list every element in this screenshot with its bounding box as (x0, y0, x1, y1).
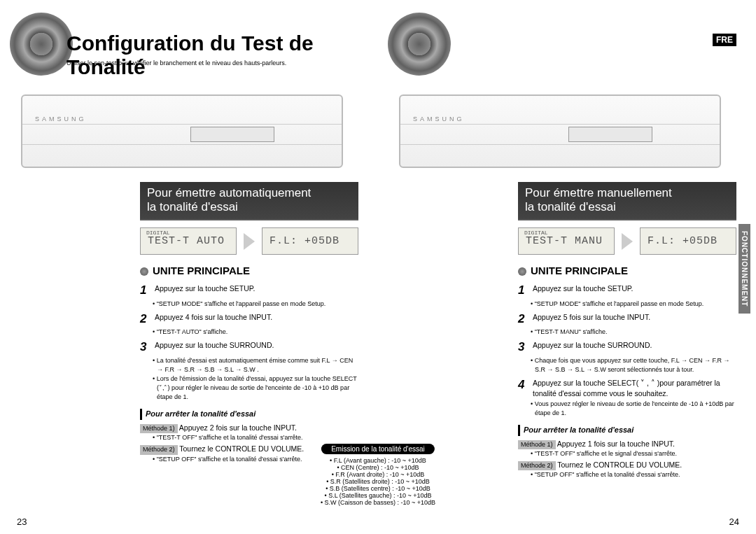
emission-line: • F.L (Avant gauche) : -10 ~ +10dB (321, 457, 435, 464)
bullet-icon (140, 267, 148, 276)
device-brand: SAMSUNG (35, 115, 87, 122)
play-arrow-icon (622, 233, 633, 250)
step-1: 1Appuyez sur la touche SETUP. (140, 282, 358, 300)
method-2-label: Méthode 2) (140, 445, 178, 454)
device-illustration: SAMSUNG (399, 94, 721, 168)
emission-line: • CEN (Centre) : -10 ~ +10dB (321, 464, 435, 471)
device-brand: SAMSUNG (413, 115, 465, 122)
method-1-note: • "TEST-T OFF" s'affiche et le signal d'… (531, 449, 736, 458)
lcd-tag: DIGITAL (146, 230, 170, 236)
method-2-text: Tournez le CONTROLE DU VOLUME. (556, 461, 682, 469)
page-title: Configuration du Test de Tonalité (66, 31, 378, 79)
step-1-note: • "SETUP MODE" s'affiche et l'appareil p… (531, 300, 736, 309)
lcd-text-1: TEST-T MANU (526, 235, 603, 247)
banner-line1: Pour émettre manuellement (525, 186, 672, 199)
banner-line2: la tonalité d'essai (525, 200, 616, 213)
lcd-text-2: F.L: +05DB (270, 235, 340, 247)
lcd-display-2: F.L: +05DB (262, 227, 358, 255)
speaker-icon (388, 13, 451, 76)
unite-principale-header: UNITE PRINCIPALE (518, 265, 628, 276)
step-3-note: • Chaque fois que vous appuyez sur cette… (531, 356, 736, 374)
stop-tone-header: Pour arrêter la tonalité d'essai (140, 409, 358, 420)
method-1-label: Méthode 1) (140, 424, 178, 433)
method-2-text: Tournez le CONTROLE DU VOLUME. (178, 444, 304, 453)
method-1-text: Appuyez 2 fois sur la touche INPUT. (178, 423, 297, 432)
emission-box: Emission de la tonalité d'essai • F.L (A… (321, 444, 435, 506)
emission-line: • S.B (Satellites centre) : -10 ~ +10dB (321, 485, 435, 492)
method-1-note: • "TEST-T OFF" s'affiche et la tonalité … (153, 433, 358, 442)
bullet-icon (518, 267, 526, 276)
method-2-note: • "SETUP OFF" s'affiche et la tonalité d… (531, 470, 736, 479)
lcd-display-2: F.L: +05DB (640, 227, 736, 255)
lcd-display-1: DIGITAL TEST-T AUTO (140, 227, 237, 255)
step-3: 3Appuyez sur la touche SURROUND. (518, 339, 736, 356)
device-illustration: SAMSUNG (21, 94, 343, 168)
step-1-note: • "SETUP MODE" s'affiche et l'appareil p… (153, 300, 358, 309)
lcd-tag: DIGITAL (524, 230, 548, 236)
method-1-text: Appuyez 1 fois sur la touche INPUT. (556, 440, 675, 448)
lcd-text-2: F.L: +05DB (648, 235, 718, 247)
section-tab: FONCTIONNEMENT (738, 224, 750, 314)
lcd-text-1: TEST-T AUTO (148, 235, 225, 247)
banner-line2: la tonalité d'essai (147, 200, 238, 213)
step-1: 1Appuyez sur la touche SETUP. (518, 282, 736, 300)
emission-header: Emission de la tonalité d'essai (321, 444, 435, 454)
lcd-display-1: DIGITAL TEST-T MANU (518, 227, 615, 255)
banner-line1: Pour émettre automatiquement (147, 186, 311, 199)
method-1-label: Méthode 1) (518, 440, 556, 449)
step-2: 2Appuyez 4 fois sur la touche INPUT. (140, 311, 358, 328)
method-2-label: Méthode 2) (518, 461, 556, 470)
unite-principale-header: UNITE PRINCIPALE (140, 265, 250, 276)
section-banner-manual: Pour émettre manuellement la tonalité d'… (518, 182, 736, 220)
step-2-note: • "TEST-T MANU" s'affiche. (531, 328, 736, 337)
emission-line: • S.W (Caisson de basses) : -10 ~ +10dB (321, 499, 435, 506)
step-2: 2Appuyez 5 fois sur la touche INPUT. (518, 311, 736, 328)
manual-spread: Configuration du Test de Tonalité Utilis… (0, 0, 756, 534)
emission-line: • F.R (Avant droite) : -10 ~ +10dB (321, 471, 435, 478)
lcd-row: DIGITAL TEST-T MANU F.L: +05DB (518, 227, 736, 255)
steps-manual: 1Appuyez sur la touche SETUP. • "SETUP M… (518, 280, 736, 479)
page-number-left: 23 (17, 517, 27, 527)
play-arrow-icon (244, 233, 255, 250)
language-badge: FRE (713, 34, 736, 46)
emission-line: • S.L (Satellites gauche) : -10 ~ +10dB (321, 492, 435, 499)
step-3: 3Appuyez sur la touche SURROUND. (140, 339, 358, 356)
speaker-icon (10, 13, 73, 76)
stop-tone-header: Pour arrêter la tonalité d'essai (518, 425, 736, 436)
step-4-note: • Vous pouvez régler le niveau de sortie… (531, 400, 736, 418)
step-4: 4Appuyez sur la touche SELECT( ˅ , ˄ )po… (518, 377, 736, 399)
step-2-note: • "TEST-T AUTO" s'affiche. (153, 328, 358, 337)
step-3-note-a: • La tonalité d'essai est automatiquemen… (153, 356, 358, 374)
step-3-note-b: • Lors de l'émission de la tonalité d'es… (153, 374, 358, 402)
emission-line: • S.R (Satellites droite) : -10 ~ +10dB (321, 478, 435, 485)
page-subtitle: Utiliser le son-test pour vérifier le br… (66, 59, 286, 66)
section-banner-auto: Pour émettre automatiquement la tonalité… (140, 182, 358, 220)
page-number-right: 24 (729, 517, 739, 527)
lcd-row: DIGITAL TEST-T AUTO F.L: +05DB (140, 227, 358, 255)
steps-auto: 1Appuyez sur la touche SETUP. • "SETUP M… (140, 280, 358, 464)
